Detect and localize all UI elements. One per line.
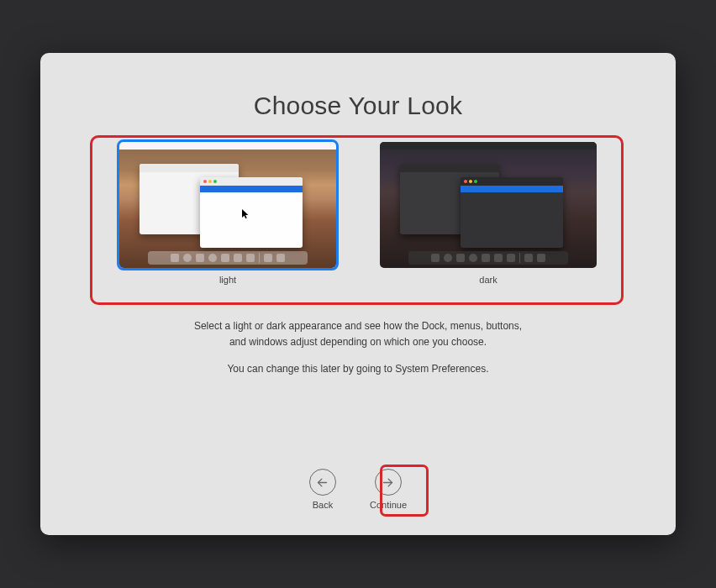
arrow-right-icon — [375, 469, 402, 496]
option-light[interactable]: light — [119, 142, 336, 285]
option-dark-label: dark — [479, 275, 497, 285]
description-line-2: and windows adjust depending on which on… — [229, 336, 487, 348]
continue-button[interactable]: Continue — [370, 469, 407, 510]
appearance-options: light dark — [119, 142, 597, 285]
dock-preview-dark — [408, 251, 568, 265]
description-text: Select a light or dark appearance and se… — [194, 318, 522, 349]
back-button[interactable]: Back — [309, 469, 336, 510]
description-line-1: Select a light or dark appearance and se… — [194, 320, 522, 332]
window-preview-2 — [461, 177, 563, 248]
window-preview-2 — [200, 177, 303, 248]
thumbnail-dark[interactable] — [380, 142, 597, 268]
option-dark[interactable]: dark — [380, 142, 597, 285]
setup-panel: Choose Your Look light — [40, 53, 676, 535]
arrow-left-icon — [309, 469, 336, 496]
continue-label: Continue — [370, 500, 407, 510]
traffic-lights-icon — [464, 180, 477, 183]
menubar-dark — [380, 142, 597, 150]
traffic-lights-icon — [203, 180, 217, 183]
dock-preview-light — [148, 251, 308, 265]
cursor-icon — [242, 209, 250, 222]
menubar-light — [119, 142, 336, 150]
back-label: Back — [313, 500, 333, 510]
nav-buttons: Back Continue — [40, 469, 676, 510]
option-light-label: light — [219, 275, 236, 285]
page-title: Choose Your Look — [254, 92, 462, 120]
description-note: You can change this later by going to Sy… — [227, 363, 488, 375]
thumbnail-light[interactable] — [119, 142, 336, 268]
